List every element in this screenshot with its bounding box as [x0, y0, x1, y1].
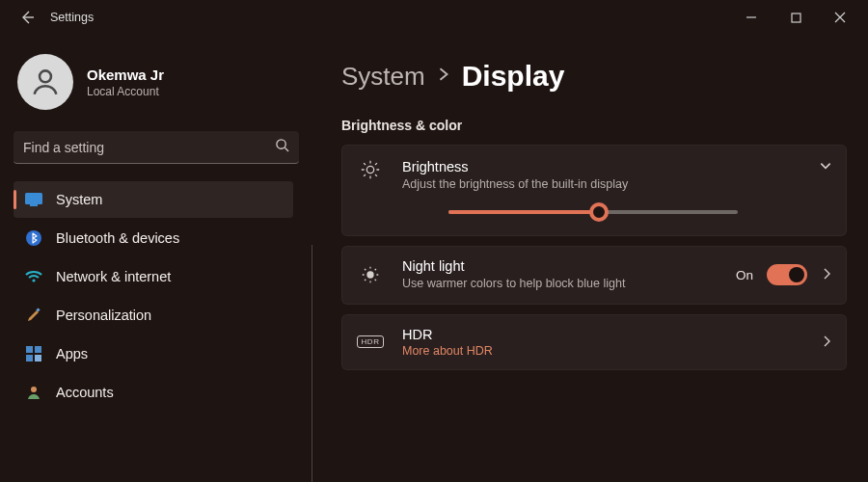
sidebar-item-apps[interactable]: Apps: [14, 335, 293, 372]
svg-rect-11: [35, 355, 41, 362]
chevron-right-icon: [821, 334, 832, 351]
hdr-card[interactable]: HDR HDR More about HDR: [341, 314, 847, 370]
night-light-icon: [356, 264, 385, 285]
night-light-toggle[interactable]: [767, 264, 807, 285]
svg-rect-3: [25, 193, 42, 204]
profile[interactable]: Okemwa Jr Local Account: [17, 54, 299, 110]
back-button[interactable]: [14, 4, 41, 31]
svg-rect-8: [26, 346, 33, 353]
apps-icon: [25, 345, 42, 362]
maximize-button[interactable]: [773, 0, 818, 35]
brightness-slider[interactable]: [448, 210, 738, 214]
titlebar: Settings: [0, 0, 868, 35]
breadcrumb-parent[interactable]: System: [341, 62, 425, 92]
wifi-icon: [25, 268, 42, 285]
sidebar-item-label: Personalization: [56, 308, 151, 323]
breadcrumb: System Display: [341, 60, 847, 93]
paintbrush-icon: [25, 307, 42, 324]
sidebar-item-label: Network & internet: [56, 269, 171, 284]
minimize-button[interactable]: [729, 0, 773, 35]
window-title: Settings: [50, 11, 94, 24]
sidebar-item-label: System: [56, 192, 102, 207]
sidebar-item-label: Bluetooth & devices: [56, 230, 179, 246]
search-icon: [275, 138, 289, 156]
svg-rect-9: [35, 346, 41, 353]
svg-point-6: [32, 279, 35, 281]
main-panel: System Display Brightness & color Bright…: [312, 35, 868, 482]
close-button[interactable]: [818, 0, 862, 35]
search-input[interactable]: [23, 140, 275, 155]
expand-button[interactable]: [819, 159, 832, 173]
search-box[interactable]: [14, 131, 299, 164]
svg-point-2: [277, 140, 285, 148]
chevron-right-icon: [821, 266, 832, 283]
sidebar-item-label: Apps: [56, 346, 88, 362]
breadcrumb-current: Display: [462, 60, 565, 93]
svg-rect-0: [792, 13, 800, 22]
section-heading: Brightness & color: [341, 118, 847, 133]
sidebar-item-label: Accounts: [56, 385, 114, 400]
sidebar-item-personalization[interactable]: Personalization: [14, 297, 293, 334]
hdr-icon: HDR: [356, 335, 385, 348]
profile-name: Okemwa Jr: [87, 67, 164, 83]
night-light-title: Night light: [402, 258, 719, 274]
svg-rect-4: [30, 204, 38, 206]
profile-account-type: Local Account: [87, 85, 164, 98]
night-light-card[interactable]: Night light Use warmer colors to help bl…: [341, 246, 847, 305]
person-icon: [25, 384, 42, 401]
avatar: [17, 54, 73, 110]
hdr-title: HDR: [402, 327, 803, 342]
night-light-subtitle: Use warmer colors to help block blue lig…: [402, 276, 682, 292]
sidebar-item-system[interactable]: System: [14, 181, 293, 218]
bluetooth-icon: [25, 229, 42, 247]
night-light-state: On: [736, 268, 753, 282]
sun-icon: [356, 159, 385, 180]
svg-rect-10: [26, 355, 33, 362]
slider-thumb[interactable]: [589, 202, 609, 222]
sidebar-nav: System Bluetooth & devices Network & int…: [14, 181, 303, 411]
sidebar-item-accounts[interactable]: Accounts: [14, 374, 293, 411]
sidebar-item-network[interactable]: Network & internet: [14, 258, 293, 295]
brightness-card[interactable]: Brightness Adjust the brightness of the …: [341, 145, 847, 236]
sidebar: Okemwa Jr Local Account System Bluetoo: [0, 35, 312, 482]
hdr-more-link[interactable]: More about HDR: [402, 344, 803, 358]
svg-point-14: [366, 272, 373, 279]
chevron-right-icon: [437, 67, 450, 85]
svg-point-1: [40, 70, 51, 82]
svg-point-12: [31, 387, 37, 392]
brightness-title: Brightness: [402, 159, 801, 174]
display-icon: [25, 191, 42, 208]
sidebar-item-bluetooth[interactable]: Bluetooth & devices: [14, 220, 293, 256]
svg-point-13: [366, 166, 373, 173]
brightness-subtitle: Adjust the brightness of the built-in di…: [402, 176, 682, 193]
